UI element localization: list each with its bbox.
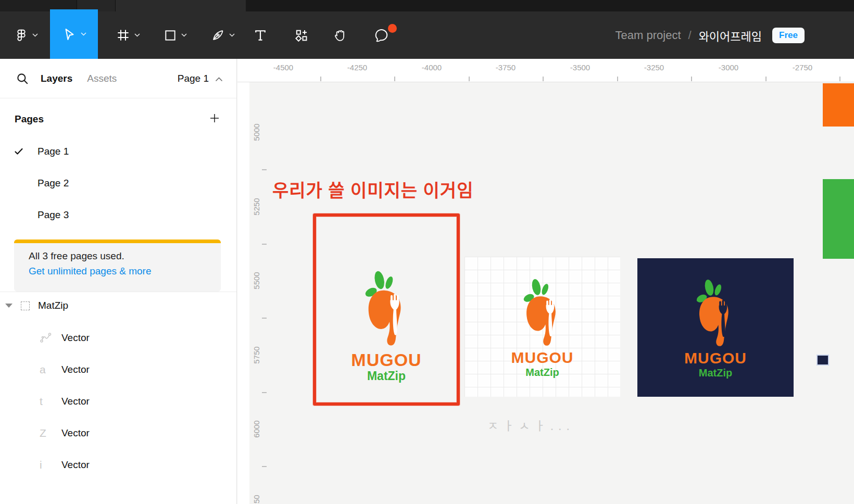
logo-image-selected[interactable]: MUGOU MatZip	[313, 213, 460, 406]
main-menu-button[interactable]	[7, 11, 45, 59]
pages-heading: Pages	[15, 114, 44, 125]
ruler-tick	[394, 77, 395, 81]
left-sidebar: Layers Assets Page 1 Pages Page 1 Page 2	[0, 59, 237, 504]
hand-tool-button[interactable]	[325, 11, 354, 59]
logo-brand-text: MUGOU	[511, 350, 574, 366]
frame-icon	[116, 28, 130, 42]
upgrade-message: All 3 free pages used.	[29, 250, 221, 262]
vector-letter-t-icon: t	[40, 395, 60, 408]
logo-image-grid-bg[interactable]: MUGOU MatZip	[464, 257, 620, 397]
ruler-label: 5250	[252, 198, 261, 215]
panel-tabs-row: Layers Assets Page 1	[0, 59, 236, 98]
layer-row-vector[interactable]: a Vector	[0, 354, 236, 385]
carrot-fork-logo-icon	[692, 276, 739, 347]
move-tool-button[interactable]	[50, 9, 98, 59]
chevron-down-icon	[181, 33, 187, 37]
vector-letter-i-icon: i	[40, 459, 60, 471]
breadcrumb-file-name[interactable]: 와이어프레임	[699, 27, 762, 44]
ruler-label: 5750	[252, 346, 261, 363]
logo-image-navy-bg[interactable]: MUGOU MatZip	[637, 258, 794, 397]
ruler-label: -3000	[719, 63, 738, 72]
layer-label: Vector	[61, 427, 90, 439]
breadcrumb-team-project[interactable]: Team project	[616, 29, 681, 42]
logo-tagline-text: MatZip	[699, 367, 732, 379]
pen-tool-button[interactable]	[200, 11, 246, 59]
hand-icon	[332, 28, 347, 43]
page-row-1[interactable]: Page 1	[0, 135, 236, 167]
ruler-tick	[765, 77, 767, 81]
comment-tool-button[interactable]	[365, 11, 398, 59]
page-selector-label: Page 1	[178, 73, 209, 84]
chevron-down-icon	[134, 33, 140, 37]
layer-row-vector[interactable]: Z Vector	[0, 417, 236, 449]
text-tool-button[interactable]	[247, 11, 274, 59]
ruler-label: -4000	[422, 63, 442, 72]
ruler-label: 6000	[252, 420, 261, 437]
ruler-tick	[262, 318, 267, 319]
layer-label: Vector	[61, 459, 90, 471]
pen-icon	[211, 28, 225, 42]
canvas-viewport[interactable]: -4500 -4250 -4000 -3750 -3500 -3250 -300…	[237, 59, 854, 504]
search-icon[interactable]	[16, 72, 29, 85]
carrot-fork-logo-icon	[360, 268, 412, 347]
figma-logo-icon	[15, 29, 28, 42]
free-plan-badge[interactable]: Free	[772, 28, 805, 43]
ruler-tick	[469, 77, 470, 81]
layer-label: Vector	[61, 396, 90, 407]
ruler-label: -4500	[273, 63, 293, 72]
page-row-3[interactable]: Page 3	[0, 199, 236, 231]
components-tool-button[interactable]	[286, 11, 316, 59]
vertical-ruler[interactable]	[237, 82, 249, 504]
rectangle-icon	[164, 29, 177, 42]
vector-path-icon	[40, 332, 60, 344]
ruler-label: -3500	[570, 63, 590, 72]
layer-row-vector[interactable]: t Vector	[0, 385, 236, 417]
tab-assets[interactable]: Assets	[87, 73, 117, 84]
disclosure-triangle-icon[interactable]	[5, 304, 12, 308]
layer-row-vector[interactable]: i Vector	[0, 449, 236, 481]
figma-app: Team project / 와이어프레임 Free Layers Assets…	[0, 0, 854, 504]
ruler-tick	[262, 169, 267, 170]
page-row-2[interactable]: Page 2	[0, 167, 236, 199]
annotation-heading-text[interactable]: 우리가 쓸 이미지는 이거임	[272, 177, 473, 202]
tab-strip	[0, 0, 854, 11]
horizontal-ruler[interactable]: -4500 -4250 -4000 -3750 -3500 -3250 -300…	[237, 59, 854, 82]
logo-brand-text: MUGOU	[351, 351, 421, 369]
checkmark-icon	[0, 147, 37, 156]
tab-layers[interactable]: Layers	[41, 73, 72, 84]
layer-label: MatZip	[38, 300, 68, 311]
ruler-label: -3750	[496, 63, 516, 72]
page-row-label: Page 1	[37, 146, 69, 157]
ruler-tick	[839, 77, 840, 81]
layer-row-matzip[interactable]: MatZip	[0, 291, 236, 321]
breadcrumb: Team project / 와이어프레임 Free	[616, 11, 805, 59]
vector-letter-z-icon: Z	[40, 427, 60, 439]
active-file-tab[interactable]	[116, 0, 246, 11]
add-page-button[interactable]	[209, 113, 220, 125]
placeholder-gray-text[interactable]: ㅈㅏㅅㅏ...	[487, 416, 574, 434]
ruler-tick	[617, 77, 618, 81]
layer-label: Vector	[61, 332, 90, 344]
ruler-tick	[262, 466, 267, 467]
ruler-label: -3250	[644, 63, 664, 72]
page-selector[interactable]: Page 1	[178, 73, 223, 84]
vector-letter-a-icon: a	[40, 363, 60, 376]
chevron-down-icon	[229, 33, 235, 37]
ruler-label: 5000	[252, 123, 261, 141]
ruler-tick	[543, 77, 544, 81]
ruler-tick	[691, 77, 692, 81]
layer-row-vector[interactable]: Vector	[0, 322, 236, 354]
carrot-fork-logo-icon	[519, 276, 566, 347]
ruler-tick	[320, 77, 321, 81]
orange-rectangle-shape[interactable]	[823, 83, 854, 127]
small-navy-square-shape[interactable]	[817, 355, 829, 366]
shape-tool-button[interactable]	[152, 11, 198, 59]
green-rectangle-shape[interactable]	[823, 179, 854, 259]
comment-bubble-icon	[373, 28, 389, 43]
chevron-down-icon	[32, 33, 38, 37]
ruler-label: 6250	[252, 495, 261, 504]
upgrade-link[interactable]: Get unlimited pages & more	[29, 266, 221, 277]
frame-tool-button[interactable]	[105, 11, 151, 59]
text-icon	[253, 28, 268, 43]
layer-label: Vector	[61, 364, 90, 375]
